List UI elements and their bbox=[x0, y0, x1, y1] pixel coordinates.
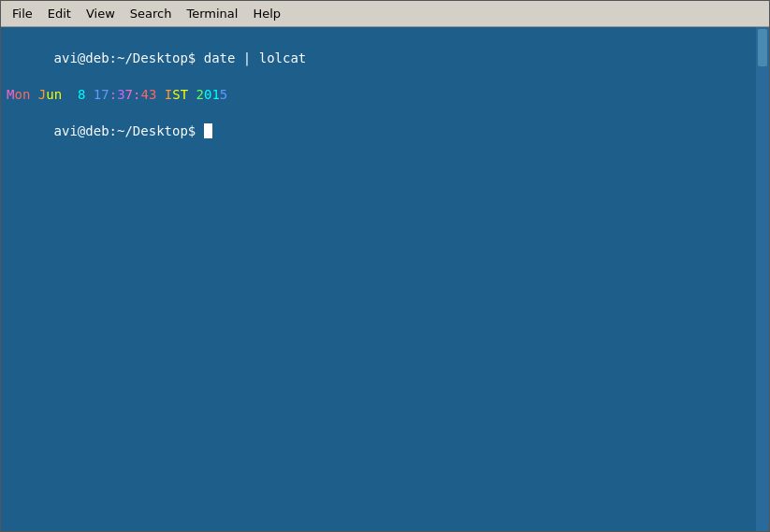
menubar: File Edit View Search Terminal Help bbox=[1, 1, 769, 27]
next-prompt: avi@deb:~/Desktop$ bbox=[7, 104, 763, 159]
cursor bbox=[204, 123, 212, 138]
menu-file[interactable]: File bbox=[5, 4, 40, 23]
menu-search[interactable]: Search bbox=[123, 4, 180, 23]
scrollbar-thumb[interactable] bbox=[758, 29, 767, 66]
scrollbar[interactable] bbox=[756, 27, 769, 531]
menu-view[interactable]: View bbox=[79, 4, 123, 23]
terminal-window: File Edit View Search Terminal Help avi@… bbox=[0, 0, 770, 532]
command-text: avi@deb:~/Desktop$ date | lolcat bbox=[54, 50, 307, 65]
prompt-text: avi@deb:~/Desktop$ bbox=[54, 123, 204, 138]
menu-terminal[interactable]: Terminal bbox=[179, 4, 245, 23]
terminal-body[interactable]: avi@deb:~/Desktop$ date | lolcat Mon Jun… bbox=[1, 27, 769, 531]
menu-help[interactable]: Help bbox=[245, 4, 288, 23]
command-line: avi@deb:~/Desktop$ date | lolcat bbox=[7, 31, 763, 86]
lolcat-output: Mon Jun 8 17:37:43 IST 2015 bbox=[7, 86, 763, 105]
menu-edit[interactable]: Edit bbox=[40, 4, 79, 23]
